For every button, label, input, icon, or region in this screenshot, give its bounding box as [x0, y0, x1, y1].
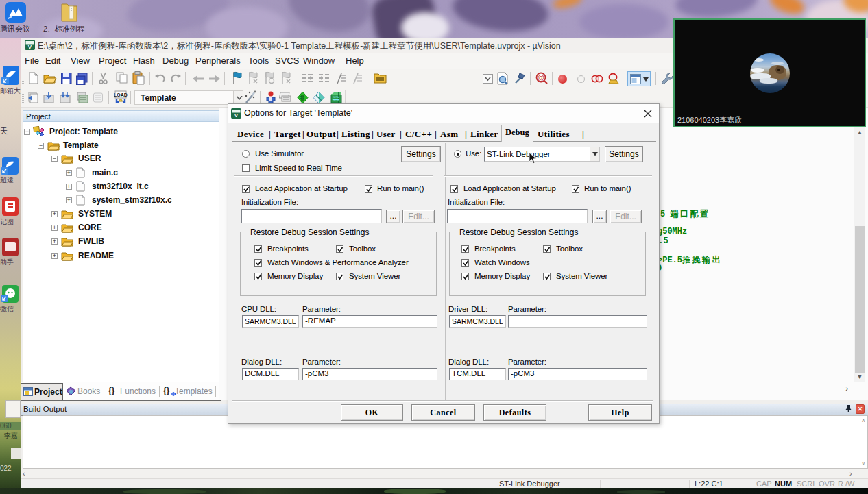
svg-text:V: V [28, 44, 32, 50]
svg-text:LOAD: LOAD [114, 92, 128, 97]
svg-text:V: V [234, 112, 239, 119]
svg-text:@: @ [538, 74, 544, 82]
